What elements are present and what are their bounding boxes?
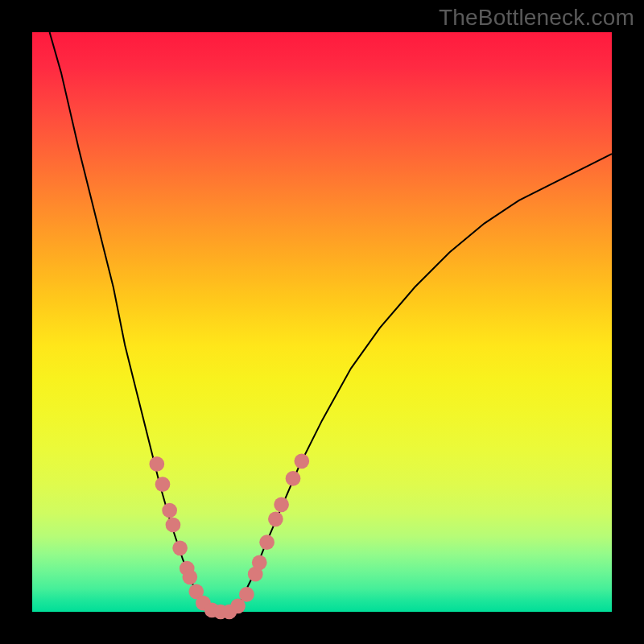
curve-markers [149,453,309,619]
curve-marker [182,569,197,584]
watermark-text: TheBottleneck.com [439,5,634,31]
plot-area [32,32,612,612]
curve-marker [259,535,275,550]
bottleneck-curve [50,32,612,612]
curve-marker [162,503,177,518]
curve-marker [286,471,301,486]
curve-svg [32,32,612,612]
chart-stage: TheBottleneck.com [0,0,644,644]
curve-marker [252,555,267,570]
curve-marker [268,511,283,526]
curve-marker [239,587,254,602]
curve-marker [274,497,289,512]
curve-marker [149,456,164,472]
curve-marker [294,453,309,469]
curve-marker [172,540,188,555]
curve-marker [166,518,181,533]
curve-marker [155,477,171,492]
